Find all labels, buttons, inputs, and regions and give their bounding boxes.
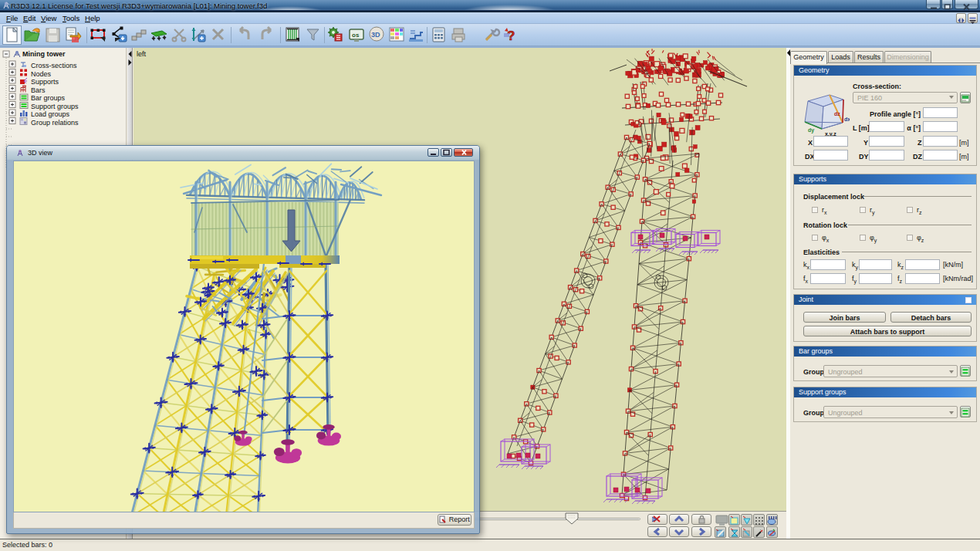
svg-text:os: os xyxy=(352,32,360,39)
svg-text:3D: 3D xyxy=(371,31,380,39)
svg-text:dx: dx xyxy=(844,117,850,122)
svg-text:dz: dz xyxy=(834,111,840,117)
svg-text:dy: dy xyxy=(808,127,814,134)
